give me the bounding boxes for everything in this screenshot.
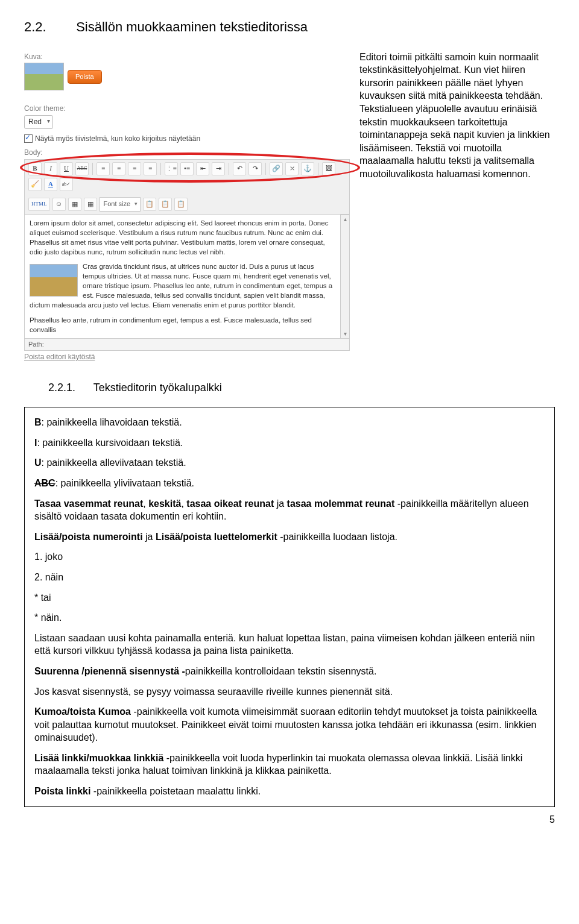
disable-editor-link[interactable]: Poista editori käytöstä xyxy=(24,352,95,362)
subsection-number: 2.2.1. xyxy=(48,380,90,395)
list-example-2: 2. näin xyxy=(34,571,545,584)
u-key: U xyxy=(34,457,42,468)
undo-key: Kumoa/toista Kumoa xyxy=(34,706,133,717)
show-summary-checkbox[interactable]: Näytä myös tiivistelmä, kun koko kirjoit… xyxy=(24,134,350,144)
ul-key: Lisää/poista luettelomerkit xyxy=(156,532,277,542)
editor-toolbar: B I U ABC ≡ ≡ ≡ ≡ ⋮≡ •≡ ⇤ ⇥ ↶ ↷ 🔗 ⤫ ⚓ 🖼 … xyxy=(24,159,350,215)
spellcheck-button[interactable]: ab✓ xyxy=(60,178,73,191)
scrollbar[interactable]: ▴▾ xyxy=(341,215,350,339)
align-justify-button[interactable]: ≡ xyxy=(144,162,157,175)
page-number: 5 xyxy=(24,813,555,826)
b-desc: : painikkeella lihavoidaan tekstiä. xyxy=(42,417,182,427)
editor-body[interactable]: Lorem ipsum dolor sit amet, consectetur … xyxy=(24,215,341,339)
italic-button[interactable]: I xyxy=(44,162,57,175)
list-example-1: 1. joko xyxy=(34,550,545,564)
toolbar-explanations: B: painikkeella lihavoidaan tekstiä. I: … xyxy=(24,407,555,806)
poista-button[interactable]: Poista xyxy=(68,70,102,84)
emoji-button[interactable]: ☺ xyxy=(52,198,66,211)
b-key: B xyxy=(34,417,42,427)
editor-description: Editori toimii pitkälti samoin kuin norm… xyxy=(359,48,555,181)
color-theme-select[interactable]: Red xyxy=(24,115,53,129)
link-key: Lisää linkki/muokkaa linkkiä xyxy=(34,753,166,763)
table-button[interactable]: ▦ xyxy=(84,198,97,211)
checkbox-label: Näytä myös tiivistelmä, kun koko kirjoit… xyxy=(35,134,200,144)
ordered-list-button[interactable]: ⋮≡ xyxy=(165,162,178,175)
unlink-desc: -painikkeella poistetaan maalattu linkki… xyxy=(93,786,261,796)
inline-image xyxy=(30,264,78,297)
indent-desc: painikkeilla kontrolloidaan tekstin sise… xyxy=(185,666,377,676)
indent-key: Suurenna /pienennä sisennystä - xyxy=(34,666,185,676)
lorem-paragraph-3: Phasellus leo ante, rutrum in condimentu… xyxy=(30,315,335,335)
bold-button[interactable]: B xyxy=(28,162,42,175)
align-center-button[interactable]: ≡ xyxy=(112,162,125,175)
paste-text-button[interactable]: 📋 xyxy=(159,198,172,211)
align-right-button[interactable]: ≡ xyxy=(128,162,141,175)
paste-button[interactable]: 📋 xyxy=(143,198,156,211)
section-title-text: Sisällön muokkaaminen tekstieditorissa xyxy=(76,19,308,34)
subsection-heading: 2.2.1. Tekstieditorin työkalupalkki xyxy=(48,380,555,395)
outdent-button[interactable]: ⇤ xyxy=(196,162,209,175)
section-heading: 2.2. Sisällön muokkaaminen tekstieditori… xyxy=(24,18,555,36)
image-thumbnail xyxy=(24,63,64,90)
undo-button[interactable]: ↶ xyxy=(233,162,246,175)
align-left-key: Tasaa vasemmat reunat xyxy=(34,498,143,509)
section-number: 2.2. xyxy=(24,18,72,36)
screenshot-and-description: Kuva: Poista Color theme: Red Näytä myös… xyxy=(24,48,555,362)
abc-key: ABC xyxy=(34,478,55,488)
text-color-button[interactable]: A xyxy=(44,178,57,191)
list-instructions: Listaan saadaan uusi kohta painamalla en… xyxy=(34,632,545,658)
i-desc: : painikkeella kursivoidaan tekstiä. xyxy=(37,438,183,448)
align-right-key: tasaa oikeat reunat xyxy=(186,498,274,509)
clean-button[interactable]: 🧹 xyxy=(28,178,42,191)
align-justify-key: tasaa molemmat reunat xyxy=(287,498,395,509)
color-theme-label: Color theme: xyxy=(24,104,350,114)
unordered-list-button[interactable]: •≡ xyxy=(180,162,194,175)
abc-desc: : painikkeella yliviivataan tekstiä. xyxy=(55,478,194,488)
list-desc: -painikkeilla luodaan listoja. xyxy=(277,532,397,542)
editor-screenshot: Kuva: Poista Color theme: Red Näytä myös… xyxy=(24,48,350,362)
indent-note: Jos kasvat sisennystä, se pysyy voimassa… xyxy=(34,685,545,699)
font-size-select[interactable]: Font size xyxy=(100,197,141,212)
ol-key: Lisää/poista numerointi xyxy=(34,532,143,542)
link-button[interactable]: 🔗 xyxy=(270,162,283,175)
align-left-button[interactable]: ≡ xyxy=(96,162,110,175)
align-center-key: keskitä xyxy=(148,498,181,509)
list-example-3: * tai xyxy=(34,591,545,605)
lorem-paragraph-1: Lorem ipsum dolor sit amet, consectetur … xyxy=(30,218,335,257)
image-button[interactable]: 🖼 xyxy=(322,162,335,175)
underline-button[interactable]: U xyxy=(60,162,73,175)
indent-button[interactable]: ⇥ xyxy=(212,162,225,175)
kuva-label: Kuva: xyxy=(24,52,350,62)
u-desc: : painikkeella alleviivataan tekstiä. xyxy=(42,457,186,468)
anchor-button[interactable]: ⚓ xyxy=(301,162,314,175)
checkbox-icon xyxy=(24,134,33,143)
html-button[interactable]: HTML xyxy=(28,198,50,211)
path-bar: Path: xyxy=(24,339,350,351)
media-button[interactable]: ▦ xyxy=(68,198,81,211)
unlink-button[interactable]: ⤫ xyxy=(285,162,299,175)
unlink-key: Poista linkki xyxy=(34,786,93,796)
redo-button[interactable]: ↷ xyxy=(248,162,262,175)
body-label: Body: xyxy=(24,148,350,158)
paste-word-button[interactable]: 📋 xyxy=(174,198,188,211)
strike-button[interactable]: ABC xyxy=(75,162,89,175)
subsection-title-text: Tekstieditorin työkalupalkki xyxy=(93,382,222,394)
list-example-4: * näin. xyxy=(34,611,545,624)
